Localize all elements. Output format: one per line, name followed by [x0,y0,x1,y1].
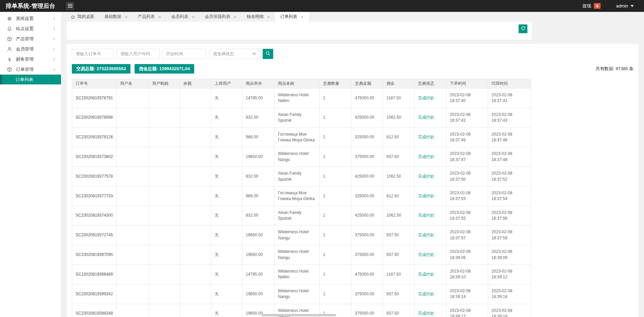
cell-quantity: 1 [320,265,351,284]
cell-product_name: Гостиница Моя Глинка Moya Glinka [275,186,320,206]
cell-balance [180,147,211,167]
dollar-icon: $ [7,57,12,62]
tab-item[interactable]: 产品列表× [133,12,166,22]
close-icon[interactable]: × [234,14,237,19]
cell-quantity: 1 [320,284,351,304]
cell-username [117,284,149,304]
cell-settle_time: 2023-02-08 18:39:09 [488,245,531,265]
tab-item[interactable]: 钱包明细× [242,12,275,22]
cell-commission: 812.50 [383,186,415,206]
withdraw-label: 提现 [583,3,591,9]
cell-order_no: SC23020819397095 [72,245,117,265]
tab-item[interactable]: 基础数据× [99,12,133,22]
cell-product_name: Wilderness Hotel Nangu [275,245,320,265]
cell-order_time: 2023-02-08 18:39:14 [446,284,488,304]
column-header-amount: 交易金额 [351,79,383,88]
order-number-input[interactable] [72,49,114,59]
cell-commission: 937.50 [383,147,415,167]
tab-label: 产品列表 [138,14,155,20]
start-time-input[interactable] [162,49,206,59]
cell-unit_price: 832.00 [242,108,275,127]
cell-settle_time: 2023-02-08 18:37:56 [488,206,531,225]
close-icon[interactable]: × [301,14,304,19]
cell-parent_user: 无 [211,127,242,147]
cell-parent_user: 无 [211,88,242,108]
table-row: SC23020819373802无19650.00Wilderness Hote… [72,147,531,167]
cell-settle_time: 2023-02-08 18:39:18 [488,304,531,317]
cell-nickname [149,265,180,284]
cell-unit_price: 14785.00 [242,265,275,284]
sidebar-item[interactable]: $财务管理 [0,54,61,64]
cell-amount: 325000.00 [351,127,383,147]
cell-quantity: 1 [320,225,351,245]
search-button[interactable] [263,49,273,59]
tab-item[interactable]: 会员列表× [166,12,200,22]
app-title: 排单系统-管理后台 [0,2,61,10]
close-icon[interactable]: × [267,14,270,19]
refresh-button[interactable] [519,24,527,33]
sidebar-item[interactable]: 系统设置 [0,14,61,24]
cell-order_time: 2023-02-08 18:37:42 [446,108,488,127]
cell-status: 完成付款 [415,167,446,186]
chevron-left-icon [52,17,56,21]
cell-order_time: 2023-02-08 18:37:55 [446,206,488,225]
tab-active[interactable]: 订单列表× [275,12,309,22]
cell-balance [180,265,211,284]
cell-parent_user: 无 [211,186,242,206]
close-icon[interactable]: × [192,14,195,19]
horizontal-scrollbar-thumb[interactable] [262,314,336,316]
status-select-value: 请选择状态 [213,51,234,57]
transaction-total-chip: 交易总额: 273223505552 [72,64,130,74]
cell-product_name: Alean Family Sputnik [275,167,320,186]
summary-bar: 交易总额: 273223505552 佣金总额: 1399432571.04 共… [72,64,633,74]
cell-product_name: Wilderness Hotel Nangu [275,225,320,245]
cell-amount: 475000.00 [351,88,383,108]
bell-icon [7,26,12,32]
cell-unit_price: 966.00 [242,127,275,147]
table-row: SC23020819377578无832.00Alean Family Sput… [72,167,531,186]
sidebar-item[interactable]: 站点设置 [0,24,61,34]
orders-table-body: SC23020819376791无14785.00Wilderness Hote… [72,88,531,317]
cell-amount: 475000.00 [351,265,383,284]
sidebar-item[interactable]: 订单管理 [0,64,61,75]
withdraw-link[interactable]: 提现 4 [583,3,601,9]
cell-product_name: Wilderness Hotel Nangu [275,147,320,167]
sidebar-toggle-button[interactable] [66,2,74,10]
cell-quantity: 1 [320,127,351,147]
filter-bar: 请选择状态 [72,49,633,59]
home-icon [71,15,75,19]
cell-nickname [149,245,180,265]
cell-commission: 1062.50 [383,167,415,186]
table-row: SC23020819399342无19650.00Wilderness Hote… [72,284,531,304]
cell-username [117,127,149,147]
order-list-panel: 请选择状态 交易总额: 273223505552 佣金总额: 139943257… [67,44,639,317]
sidebar-item[interactable]: 产品管理 [0,34,61,44]
column-header-parent_user: 上级用户 [211,79,242,88]
sidebar-item-label: 系统设置 [16,16,34,22]
close-icon[interactable]: × [158,14,161,19]
cell-username [117,147,149,167]
user-menu[interactable]: admin [616,3,634,8]
tab-item[interactable]: 会员等级列表× [200,12,242,22]
user-number-input[interactable] [117,49,160,59]
sidebar: 系统设置站点设置产品管理会员管理$财务管理订单管理订单列表 [0,12,61,317]
page-toolbar [67,22,532,40]
sidebar-subitem-order-list[interactable]: 订单列表 [0,75,61,84]
tab-item[interactable]: 我的桌面 [65,12,99,22]
cell-username [117,186,149,206]
cell-commission: 1187.50 [383,265,415,284]
column-header-order_no: 订单号 [72,79,117,88]
cell-unit_price: 19650.00 [242,147,275,167]
column-header-commission: 佣金 [383,79,415,88]
cell-parent_user: 无 [211,304,242,317]
cell-nickname [149,206,180,225]
close-icon[interactable]: × [125,14,128,19]
cell-unit_price: 966.00 [242,186,275,206]
cell-commission: 1187.50 [383,88,415,108]
status-select[interactable]: 请选择状态 [209,49,260,59]
sidebar-item[interactable]: 会员管理 [0,44,61,54]
select-caret-icon [252,53,256,55]
cell-order_no: SC23020819374300 [72,206,117,225]
cell-quantity: 1 [320,245,351,265]
chevron-down-icon [52,67,56,72]
